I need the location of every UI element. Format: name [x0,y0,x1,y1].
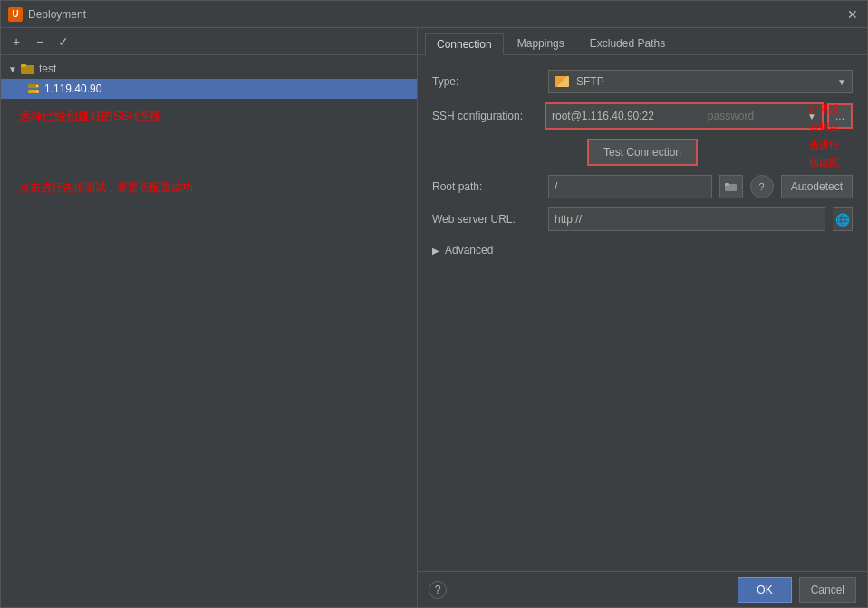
test-connection-wrapper: Test Connection [587,139,698,166]
help-button[interactable]: ? [429,581,447,599]
ssh-config-value: root@1.116.40.90:22 [552,110,654,122]
web-url-row: Web server URL: 🌐 [432,207,853,231]
close-button[interactable]: ✕ [845,7,860,22]
svg-rect-1 [21,64,26,67]
right-annotation-line1: 如果没 [809,101,860,119]
web-server-label: Web server URL: [432,213,541,226]
ssh-config-row: SSH configuration: root@1.116.40.90:22 p… [432,102,853,130]
add-button[interactable]: + [6,32,26,52]
globe-icon: 🌐 [833,207,853,231]
root-path-browse-button[interactable] [719,175,743,198]
tree-root[interactable]: ▼ test [1,59,417,79]
window-title: Deployment [28,8,845,21]
tree-child-label: 1.119.40.90 [44,82,101,95]
deployment-window: U Deployment ✕ + − ✓ ▼ [0,0,868,608]
right-annotation-line2: 有则点 [809,119,860,137]
ssh-input-wrapper: root@1.116.40.90:22 password ▼ [545,102,824,130]
right-annotation-line3: 击进行 [809,137,860,155]
right-panel: Connection Mappings Excluded Paths Type:… [418,28,867,607]
bottom-actions: OK Cancel [738,577,856,603]
tab-connection[interactable]: Connection [425,33,504,55]
svg-rect-7 [725,183,729,186]
title-bar: U Deployment ✕ [1,1,867,28]
tab-excluded-paths[interactable]: Excluded Paths [578,32,677,54]
svg-point-4 [36,85,38,87]
type-dropdown[interactable]: SFTP ▼ [548,70,853,93]
svg-point-5 [36,91,38,92]
right-annotation-line4: 创建配 [809,154,860,172]
app-icon: U [8,7,23,22]
tree-root-label: test [39,63,56,75]
test-connection-button[interactable]: Test Connection [589,140,696,164]
toolbar: + − ✓ [1,28,417,55]
type-dropdown-arrow: ▼ [837,77,846,87]
root-path-help-button[interactable]: ? [750,175,774,198]
tree-arrow: ▼ [8,64,17,74]
sftp-icon [555,76,569,87]
root-path-row: Root path: ? Autodetect [432,175,853,198]
type-dropdown-content: SFTP [555,75,604,88]
tree-area: ▼ test [1,55,417,607]
main-content: + − ✓ ▼ test [1,28,867,607]
confirm-button[interactable]: ✓ [53,32,73,52]
right-annotation: 如果没 有则点 击进行 创建配 [809,101,860,172]
type-row: Type: SFTP ▼ [432,70,853,93]
root-path-label: Root path: [432,180,541,193]
ssh-config-dropdown[interactable]: root@1.116.40.90:22 password ▼ [546,104,822,128]
advanced-row[interactable]: ▶ Advanced [432,240,853,260]
web-server-url-input[interactable] [548,207,825,231]
folder-icon [21,62,35,76]
form-area: Type: SFTP ▼ SSH configuration: roo [418,55,867,275]
left-panel: + − ✓ ▼ test [1,28,418,607]
root-path-input[interactable] [548,175,712,198]
tab-mappings[interactable]: Mappings [506,32,576,54]
ssh-config-label: SSH configuration: [432,110,541,122]
tree-child-server[interactable]: 1.119.40.90 [1,79,417,99]
type-value: SFTP [576,75,604,88]
type-label: Type: [432,75,541,88]
server-icon [26,82,41,96]
bottom-bar: ? OK Cancel [418,571,867,607]
cancel-button[interactable]: Cancel [799,577,856,603]
tabs: Connection Mappings Excluded Paths [418,28,867,55]
autodetect-button[interactable]: Autodetect [781,175,853,198]
advanced-label: Advanced [445,244,493,256]
spacer [418,275,867,571]
ssh-config-placeholder: password [708,110,754,122]
advanced-arrow: ▶ [432,246,439,256]
ok-button[interactable]: OK [738,577,791,603]
test-connection-row: Test Connection [432,139,853,166]
remove-button[interactable]: − [30,32,50,52]
